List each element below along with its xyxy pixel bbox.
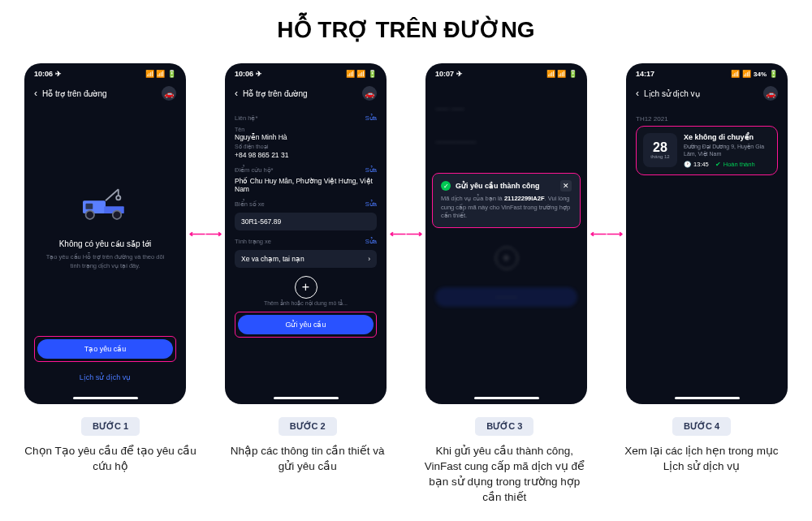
status-time: 10:06 ✈ — [34, 70, 62, 78]
step-4-desc: Xem lại các lịch hẹn trong mục Lịch sử d… — [615, 444, 788, 475]
svg-point-3 — [112, 211, 121, 220]
empty-state: Không có yêu cầu sắp tới Tạo yêu cầu Hỗ … — [34, 112, 176, 336]
step-3-col: BƯỚC 3 Khi gửi yêu cầu thành công, VinFa… — [418, 417, 590, 506]
close-toast-button[interactable]: ✕ — [560, 180, 572, 192]
step-1-desc: Chọn Tạo yêu cầu để tạo yêu cầu cứu hộ — [24, 444, 197, 475]
avatar-icon[interactable]: 🚗 — [162, 86, 176, 101]
status-bar: 10:06 ✈ 📶 📶 🔋 — [24, 63, 186, 81]
phone-value: +84 98 865 21 31 — [235, 151, 377, 159]
header-title: Hỗ trợ trên đường — [243, 89, 308, 98]
step-3-desc: Khi gửi yêu cầu thành công, VinFast cung… — [418, 444, 590, 506]
history-link[interactable]: Lịch sử dịch vụ — [34, 373, 176, 381]
phone-screen-3: 10:07 ✈ 📶 📶 🔋 —— —— —————— + ——— ✓ Gửi y… — [425, 63, 587, 404]
arrow-icon: ⟵⟶ — [590, 227, 623, 240]
plate-label: Biển số xe — [235, 200, 265, 208]
step-2-badge: BƯỚC 2 — [279, 417, 337, 436]
avatar-icon[interactable]: 🚗 — [763, 86, 778, 101]
step-labels-row: BƯỚC 1 Chọn Tạo yêu cầu để tạo yêu cầu c… — [24, 417, 788, 506]
status-bar: 10:06 ✈ 📶 📶 🔋 — [225, 63, 387, 81]
step-2-desc: Nhập các thông tin cần thiết và gửi yêu … — [222, 444, 394, 475]
svg-point-2 — [85, 211, 94, 220]
status-icons: 📶 📶 🔋 — [346, 70, 377, 78]
header-row: ‹ Hỗ trợ trên đường 🚗 — [225, 81, 387, 105]
svg-point-6 — [116, 196, 120, 200]
status-bar: 14:17 📶 📶 34%🔋 — [626, 63, 788, 81]
name-value: Nguyễn Minh Hà — [235, 133, 377, 141]
condition-select[interactable]: Xe va chạm, tai nạn › — [235, 250, 377, 268]
back-icon[interactable]: ‹ — [34, 88, 37, 99]
page-title: HỖ TRỢ TRÊN ĐƯỜNG — [24, 16, 788, 43]
plate-input[interactable]: 30R1-567.89 — [235, 213, 377, 230]
create-request-button[interactable]: Tạo yêu cầu — [37, 339, 173, 359]
rescue-label: Điểm cứu hộ* — [235, 166, 274, 174]
home-indicator — [73, 397, 138, 399]
toast-body: Mã dịch vụ của bạn là 21122299IA2F. Vui … — [441, 195, 572, 221]
edit-rescue-link[interactable]: Sửa — [365, 166, 377, 174]
status-icons: 📶 📶 🔋 — [546, 70, 577, 78]
status-time: 10:07 ✈ — [435, 70, 463, 78]
header-title: Hỗ trợ trên đường — [42, 89, 107, 98]
chevron-right-icon: › — [368, 255, 370, 263]
card-status: ✔ Hoàn thành — [715, 161, 755, 168]
header-left: ‹ Hỗ trợ trên đường — [34, 88, 107, 99]
avatar-icon[interactable]: 🚗 — [362, 86, 377, 101]
phone-label: Số điện thoại — [235, 144, 377, 150]
step-1-badge: BƯỚC 1 — [81, 417, 140, 436]
check-icon: ✓ — [441, 181, 451, 191]
history-month-label: TH12 2021 — [636, 112, 778, 126]
edit-plate-link[interactable]: Sửa — [365, 200, 377, 208]
date-month: tháng 12 — [650, 154, 669, 159]
back-icon[interactable]: ‹ — [235, 88, 238, 99]
steps-row: 10:06 ✈ 📶 📶 🔋 ‹ Hỗ trợ trên đường 🚗 — [24, 63, 788, 404]
step-4-col: BƯỚC 4 Xem lại các lịch hẹn trong mục Lị… — [615, 417, 788, 506]
success-toast: ✓ Gửi yêu cầu thành công ✕ Mã dịch vụ củ… — [432, 173, 581, 228]
arrow-icon: ⟵⟶ — [390, 227, 422, 240]
phone-screen-4: 14:17 📶 📶 34%🔋 ‹ Lịch sử dịch vụ 🚗 TH12 … — [626, 63, 788, 404]
arrow-icon: ⟵⟶ — [189, 227, 222, 240]
date-box: 28 tháng 12 — [643, 133, 677, 167]
header-row: ‹ Lịch sử dịch vụ 🚗 — [626, 81, 788, 105]
contact-label: Liên hệ* — [235, 114, 257, 122]
step-3-badge: BƯỚC 3 — [475, 417, 533, 436]
home-indicator — [474, 397, 539, 399]
rescue-value: Phố Chu Huy Mân, Phường Việt Hưng, Việt … — [235, 177, 377, 193]
check-icon: ✔ — [715, 161, 721, 168]
empty-subtitle: Tạo yêu cầu Hỗ trợ trên đường và theo dõ… — [34, 253, 176, 270]
send-request-button[interactable]: Gửi yêu cầu — [238, 315, 374, 334]
add-photo-label: Thêm ảnh hoặc nội dung mô tả... — [235, 300, 377, 307]
toast-title: Gửi yêu cầu thành công — [456, 182, 555, 190]
header-row: ‹ Hỗ trợ trên đường 🚗 — [24, 81, 186, 105]
edit-condition-link[interactable]: Sửa — [365, 238, 377, 245]
phone-screen-2: 10:06 ✈ 📶 📶 🔋 ‹ Hỗ trợ trên đường 🚗 Liên… — [225, 63, 387, 404]
status-icons: 📶 📶 🔋 — [145, 70, 176, 78]
status-time: 14:17 — [636, 70, 654, 78]
highlight-box: Gửi yêu cầu — [235, 312, 377, 338]
svg-rect-7 — [85, 204, 93, 209]
card-time: 🕐 13:45 — [684, 161, 709, 168]
history-card[interactable]: 28 tháng 12 Xe không di chuyển Đường Đại… — [636, 126, 778, 175]
header-title: Lịch sử dịch vụ — [644, 89, 700, 98]
status-bar: 10:07 ✈ 📶 📶 🔋 — [425, 63, 587, 81]
step-1-col: BƯỚC 1 Chọn Tạo yêu cầu để tạo yêu cầu c… — [24, 417, 197, 506]
back-icon[interactable]: ‹ — [636, 88, 639, 99]
card-title: Xe không di chuyển — [684, 133, 771, 141]
phone-screen-1: 10:06 ✈ 📶 📶 🔋 ‹ Hỗ trợ trên đường 🚗 — [24, 63, 186, 404]
home-indicator — [675, 397, 740, 399]
home-indicator — [274, 397, 339, 399]
condition-label: Tình trạng xe — [235, 238, 271, 245]
status-icons: 📶 📶 34%🔋 — [731, 70, 778, 78]
tow-truck-icon — [77, 178, 134, 226]
blurred-form: —— —— —————— + ——— — [425, 81, 587, 393]
clock-icon: 🕐 — [684, 161, 691, 168]
edit-contact-link[interactable]: Sửa — [365, 114, 377, 122]
step-2-col: BƯỚC 2 Nhập các thông tin cần thiết và g… — [222, 417, 394, 506]
name-label: Tên — [235, 127, 377, 132]
step-4-badge: BƯỚC 4 — [672, 417, 731, 436]
empty-title: Không có yêu cầu sắp tới — [59, 239, 152, 248]
add-photo-button[interactable]: + — [295, 276, 317, 299]
status-time: 10:06 ✈ — [235, 70, 262, 78]
highlight-box: Tạo yêu cầu — [34, 336, 176, 362]
date-day: 28 — [653, 141, 667, 154]
card-address: Đường Đại Dương 9, Huyện Gia Lâm, Việt N… — [684, 143, 771, 157]
